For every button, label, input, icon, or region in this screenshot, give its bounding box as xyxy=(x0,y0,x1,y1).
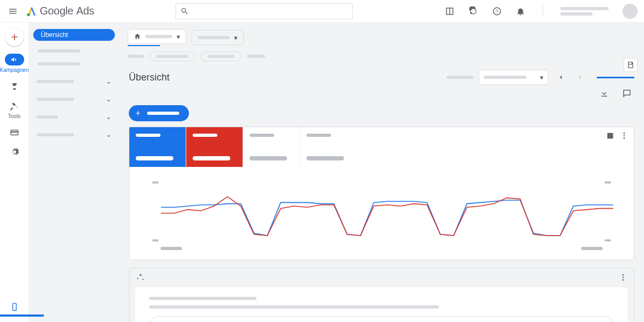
ads-logo-icon xyxy=(26,5,38,17)
svg-rect-12 xyxy=(604,181,611,184)
svg-point-16 xyxy=(623,279,624,281)
notifications-icon[interactable] xyxy=(516,6,525,16)
sidenav-item-expandable[interactable]: ⌄ xyxy=(33,111,115,123)
svg-rect-10 xyxy=(152,181,158,184)
scope-bar: ▾ ▾ xyxy=(119,23,644,49)
filter-chip[interactable] xyxy=(149,52,195,61)
account-scope-selector[interactable]: ▾ xyxy=(128,29,186,44)
chevron-down-icon: ⌄ xyxy=(106,130,112,138)
performance-card xyxy=(129,127,634,260)
rail-footer-line xyxy=(0,314,44,317)
tools-icon xyxy=(9,101,19,111)
card-menu-button[interactable] xyxy=(619,273,627,282)
scope-active-indicator xyxy=(128,45,160,46)
avatar[interactable] xyxy=(623,4,638,19)
metric-tab-2[interactable] xyxy=(186,127,243,167)
home-icon xyxy=(134,33,141,40)
chevron-left-icon xyxy=(557,74,565,81)
header-actions: ? xyxy=(445,4,638,19)
metric-tab-1[interactable] xyxy=(129,127,186,167)
rail-tools[interactable]: Tools xyxy=(8,100,20,119)
new-campaign-button[interactable] xyxy=(129,105,189,121)
date-next-button xyxy=(573,70,587,84)
svg-point-7 xyxy=(624,133,625,134)
chart-icon xyxy=(606,131,614,140)
rail-billing[interactable] xyxy=(9,127,20,138)
megaphone-icon xyxy=(10,55,19,64)
feedback-button[interactable] xyxy=(621,88,632,99)
app-header: Google Ads ? xyxy=(0,0,644,23)
svg-point-14 xyxy=(623,274,624,276)
skeleton-line xyxy=(149,297,257,300)
title-bar: Übersicht ▾ xyxy=(119,67,644,86)
refresh-icon[interactable] xyxy=(469,6,478,16)
filter-bar xyxy=(119,49,644,67)
sidenav-item[interactable] xyxy=(38,49,80,53)
brand-logo: Google Ads xyxy=(26,5,94,17)
page-tools xyxy=(119,86,644,103)
gear-icon xyxy=(10,147,19,157)
account-switcher[interactable] xyxy=(560,7,609,16)
chevron-down-icon: ⌄ xyxy=(106,77,112,85)
rail-goals[interactable] xyxy=(9,80,20,92)
recommendation-body xyxy=(135,287,628,322)
page-title: Übersicht xyxy=(129,72,170,83)
download-button[interactable] xyxy=(599,88,610,99)
card-icon xyxy=(10,128,19,137)
help-icon[interactable]: ? xyxy=(492,6,502,16)
more-vert-icon xyxy=(620,131,628,140)
save-view-button[interactable] xyxy=(624,58,638,72)
date-active-indicator xyxy=(597,77,634,78)
metric-tab-3[interactable] xyxy=(243,127,300,167)
side-nav: Übersicht ⌄ ⌄ ⌄ ⌄ xyxy=(29,23,119,322)
svg-point-0 xyxy=(27,13,30,16)
x-axis-labels xyxy=(144,247,619,255)
menu-icon[interactable] xyxy=(6,5,19,18)
filter-more[interactable] xyxy=(247,55,265,58)
svg-point-8 xyxy=(624,135,625,137)
campaign-scope-selector[interactable]: ▾ xyxy=(192,30,244,45)
appearance-icon[interactable] xyxy=(445,6,455,16)
sidenav-item-expandable[interactable]: ⌄ xyxy=(33,75,115,87)
date-range-picker[interactable]: ▾ xyxy=(479,70,548,85)
sidenav-active-label: Übersicht xyxy=(41,31,68,39)
svg-rect-11 xyxy=(152,239,158,241)
card-menu-button[interactable] xyxy=(620,131,628,140)
sidenav-item[interactable] xyxy=(38,62,80,65)
sidenav-active[interactable]: Übersicht xyxy=(33,29,115,41)
chevron-right-icon xyxy=(576,74,584,81)
svg-point-15 xyxy=(623,277,624,279)
chevron-down-icon: ⌄ xyxy=(106,95,112,103)
metric-tab-4[interactable] xyxy=(300,127,357,167)
svg-rect-4 xyxy=(11,131,18,133)
svg-point-6 xyxy=(14,309,14,310)
skeleton-input xyxy=(149,316,614,322)
date-prev-button[interactable] xyxy=(554,70,568,84)
compare-label xyxy=(447,76,473,79)
rail-admin[interactable] xyxy=(9,146,20,158)
svg-point-9 xyxy=(624,137,625,139)
sidenav-item-expandable[interactable]: ⌄ xyxy=(33,128,115,141)
caret-down-icon: ▾ xyxy=(234,34,238,42)
save-icon xyxy=(626,61,635,69)
chart-type-button[interactable] xyxy=(606,131,614,140)
sparkle-icon xyxy=(136,273,145,282)
more-vert-icon xyxy=(619,273,627,282)
chevron-down-icon: ⌄ xyxy=(106,113,112,121)
separator xyxy=(543,5,543,17)
caret-down-icon: ▾ xyxy=(177,33,180,41)
create-button[interactable] xyxy=(5,28,24,46)
mobile-icon[interactable] xyxy=(10,303,19,311)
search-input[interactable] xyxy=(175,3,353,19)
rail-label: Tools xyxy=(8,113,20,119)
filter-chip[interactable] xyxy=(201,52,241,61)
main-content: ▾ ▾ Übersicht ▾ xyxy=(119,23,644,322)
rail-campaigns[interactable]: Kampagnen xyxy=(0,54,28,73)
filter-label xyxy=(128,55,144,58)
trophy-icon xyxy=(10,82,19,91)
performance-chart xyxy=(129,167,634,260)
feedback-icon xyxy=(622,89,632,98)
sidenav-item-expandable[interactable]: ⌄ xyxy=(33,93,115,105)
plus-icon xyxy=(134,109,142,117)
skeleton-line xyxy=(149,305,439,309)
